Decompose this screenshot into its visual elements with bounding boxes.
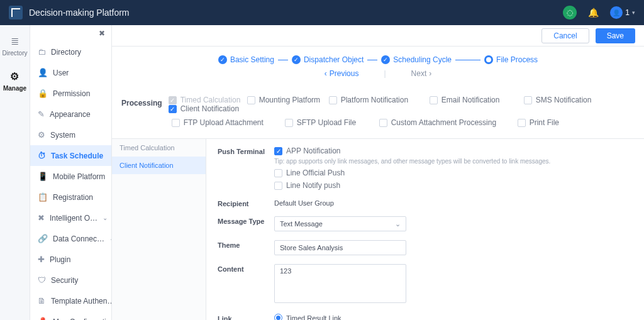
sidebar-item-label: User	[53, 69, 69, 77]
sidebar-item-registration[interactable]: 📋Registration	[30, 187, 111, 207]
cancel-button[interactable]: Cancel	[541, 28, 589, 43]
checkbox-custom-attachment-processing[interactable]: Custom Attachment Processing	[379, 118, 518, 127]
processing-label: Processing	[121, 99, 162, 108]
checkbox-timed-calculation[interactable]: ✓Timed Calculation	[169, 96, 247, 104]
sidebar-item-label: Intelligent O…	[50, 214, 97, 223]
actionbar: Cancel Save	[112, 25, 644, 47]
save-button[interactable]: Save	[596, 28, 635, 43]
tool-icon: ✖	[38, 213, 45, 223]
content-textarea[interactable]	[274, 264, 406, 303]
checkbox-mounting-platform[interactable]: Mounting Platform	[247, 96, 329, 104]
link-icon: 🔗	[38, 234, 48, 243]
user-badge-count: 1	[625, 8, 630, 17]
checkbox-line-official-push[interactable]: Line Official Push	[274, 168, 633, 177]
chevron-down-icon: ▾	[632, 9, 635, 16]
stepper: ✓Basic Setting ✓Dispatcher Object ✓Sched…	[112, 47, 644, 87]
avatar-icon: 👤	[610, 6, 623, 19]
sidebar-item-directory[interactable]: 🗀Directory	[30, 41, 111, 62]
notification-badge-icon[interactable]: ◌	[563, 6, 577, 19]
checkbox-app-notification[interactable]: ✓APP Notification	[274, 146, 633, 155]
subnav-item-timed-calculation[interactable]: Timed Calculation	[112, 139, 206, 157]
checkbox-platform-notification[interactable]: Platform Notification	[329, 96, 430, 104]
step-scheduling-cycle[interactable]: ✓Scheduling Cycle	[381, 55, 452, 64]
sidebar-item-template-authen-[interactable]: 🗎Template Authen…	[30, 290, 111, 311]
previous-button[interactable]: ‹ Previous	[325, 69, 359, 78]
radio-timed-result-link[interactable]: Timed Result Link	[274, 314, 633, 320]
sidebar-item-label: Security	[51, 276, 78, 285]
app-logo-icon	[9, 6, 23, 19]
sidebar-item-label: System	[50, 131, 75, 140]
shield-icon: 🛡	[38, 275, 46, 285]
user-menu[interactable]: 👤 1 ▾	[610, 6, 635, 19]
sidebar-item-label: Registration	[53, 193, 93, 202]
checkbox-ftp-upload-attachment[interactable]: FTP Upload Attachment	[172, 118, 285, 127]
sidebar-item-label: Directory	[51, 48, 81, 57]
phone-icon: 📱	[38, 172, 48, 181]
sidebar-item-label: Plugin	[50, 255, 70, 264]
step-basic-setting[interactable]: ✓Basic Setting	[218, 55, 274, 64]
sidebar-item-label: Mobile Platform	[53, 172, 105, 181]
clock-icon: ⏱	[38, 151, 46, 160]
sidebar: ✖ 🗀Directory👤User🔒Permission✎Appearance⚙…	[30, 25, 112, 320]
gear-icon: ⚙	[38, 130, 45, 140]
bell-icon[interactable]: 🔔	[588, 8, 599, 18]
clipboard-icon: 📋	[38, 192, 48, 202]
chevron-down-icon: ⌄	[103, 214, 108, 221]
lock-icon: 🔒	[38, 89, 48, 98]
map-icon: 📍	[38, 317, 48, 320]
rail-item-manage[interactable]: ⚙ Manage	[3, 70, 26, 92]
app-title: Decision-making Platform	[29, 8, 130, 18]
sidebar-item-map-configuration[interactable]: 📍Map Configuration	[30, 311, 111, 320]
gear-icon: ⚙	[10, 70, 19, 82]
checkbox-line-notify-push[interactable]: Line Notify push	[274, 181, 633, 190]
sidebar-item-task-schedule[interactable]: ⏱Task Schedule	[30, 145, 111, 166]
chevron-down-icon: ⌄	[395, 220, 401, 228]
chevron-down-icon: ⌄	[109, 235, 111, 242]
sidebar-item-security[interactable]: 🛡Security	[30, 270, 111, 290]
sidebar-item-data-connec-[interactable]: 🔗Data Connec…⌄	[30, 228, 111, 249]
rail-item-directory[interactable]: ≣ Directory	[2, 35, 27, 57]
subnav-item-client-notification[interactable]: Client Notification	[112, 157, 206, 174]
sidebar-item-label: Map Configuration	[53, 317, 111, 321]
sidebar-item-user[interactable]: 👤User	[30, 62, 111, 83]
sidebar-item-appearance[interactable]: ✎Appearance	[30, 104, 111, 124]
checkbox-sms-notification[interactable]: SMS Notification	[524, 96, 615, 104]
subnav: Timed CalculationClient Notification	[112, 139, 206, 320]
sidebar-item-label: Appearance	[50, 110, 91, 119]
checkbox-print-file[interactable]: Print File	[518, 118, 593, 127]
step-dispatcher-object[interactable]: ✓Dispatcher Object	[292, 55, 364, 64]
recipient-value: Default User Group	[274, 199, 334, 207]
checkbox-email-notification[interactable]: Email Notification	[430, 96, 524, 104]
sidebar-item-mobile-platform[interactable]: 📱Mobile Platform	[30, 166, 111, 187]
rail-label: Manage	[3, 85, 26, 92]
auth-icon: 🗎	[38, 296, 46, 306]
sidebar-item-permission[interactable]: 🔒Permission	[30, 83, 111, 104]
left-rail: ≣ Directory ⚙ Manage	[0, 25, 30, 320]
message-type-select[interactable]: Text Message ⌄	[274, 216, 406, 231]
sidebar-item-label: Data Connec…	[53, 234, 104, 243]
recipient-label: Recipient	[218, 199, 274, 207]
puzzle-icon: ✚	[38, 255, 45, 264]
content-label: Content	[218, 264, 274, 305]
sidebar-item-intelligent-o-[interactable]: ✖Intelligent O…⌄	[30, 207, 111, 228]
sidebar-item-system[interactable]: ⚙System	[30, 124, 111, 145]
chevron-left-icon: ‹	[325, 69, 327, 78]
step-file-process[interactable]: File Process	[484, 55, 538, 64]
brush-icon: ✎	[38, 109, 45, 119]
checkbox-sftp-upload-file[interactable]: SFTP Upload File	[285, 118, 379, 127]
sidebar-item-plugin[interactable]: ✚Plugin	[30, 249, 111, 270]
chevron-right-icon: ›	[429, 69, 431, 78]
theme-input[interactable]	[274, 240, 406, 255]
list-icon: ≣	[11, 35, 19, 47]
topbar: Decision-making Platform ◌ 🔔 👤 1 ▾	[0, 0, 644, 25]
rail-label: Directory	[2, 50, 27, 57]
pin-icon[interactable]: ✖	[99, 29, 105, 38]
form: Push Terminal ✓APP Notification Tip: app…	[206, 139, 644, 320]
link-label: Link	[218, 314, 274, 320]
sidebar-item-label: Permission	[53, 89, 90, 98]
user-icon: 👤	[38, 68, 48, 77]
next-button[interactable]: Next ›	[411, 69, 432, 78]
checkbox-client-notification[interactable]: ✓Client Notification	[169, 104, 257, 113]
push-terminal-label: Push Terminal	[218, 146, 274, 190]
push-hint: Tip: app supports only link messages, an…	[274, 158, 633, 165]
